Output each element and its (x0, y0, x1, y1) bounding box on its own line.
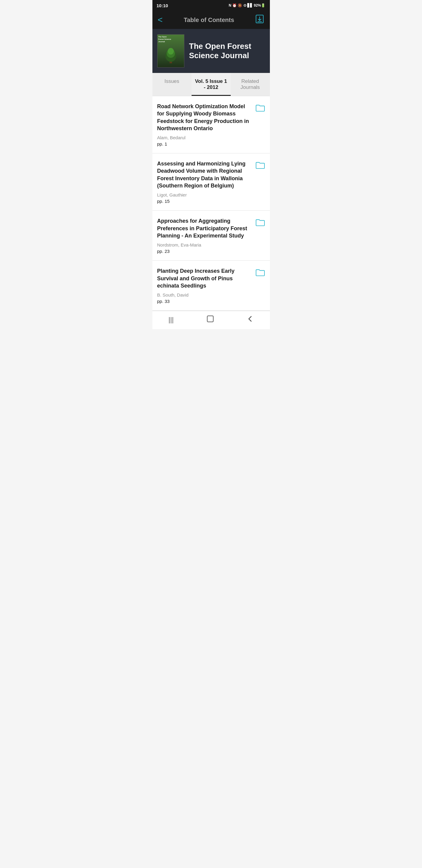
article-pages: pp. 15 (157, 198, 252, 204)
page-title: Table of Contents (184, 17, 234, 24)
table-row[interactable]: Planting Deep Increases Early Survival a… (153, 261, 270, 311)
article-info: Approaches for Aggregating Preferences i… (157, 217, 252, 254)
journal-header: The OpenForest ScienceJournal The Open F… (153, 29, 270, 73)
nav-back-button[interactable] (247, 315, 254, 325)
table-row[interactable]: Approaches for Aggregating Preferences i… (153, 211, 270, 261)
nav-home-button[interactable] (206, 315, 215, 325)
status-time: 10:10 (157, 3, 168, 8)
svg-point-6 (168, 48, 174, 55)
article-title: Road Network Optimization Model for Supp… (157, 103, 252, 132)
article-title: Approaches for Aggregating Preferences i… (157, 217, 252, 239)
article-title: Planting Deep Increases Early Survival a… (157, 267, 252, 289)
cover-text: The OpenForest ScienceJournal (158, 36, 171, 43)
tab-issues[interactable]: Issues (153, 73, 192, 96)
folder-icon[interactable] (255, 161, 265, 171)
bottom-nav: ||| (153, 311, 270, 329)
folder-icon[interactable] (255, 269, 265, 278)
back-button[interactable]: < (158, 16, 163, 24)
article-author: Alam, Bedarul (157, 135, 252, 140)
article-pages: pp. 33 (157, 299, 252, 304)
home-icon (206, 315, 215, 323)
article-info: Road Network Optimization Model for Supp… (157, 103, 252, 147)
article-author: Nordstrom, Eva-Maria (157, 242, 252, 247)
tabs-container: Issues Vol. 5 Issue 1 - 2012 Related Jou… (153, 73, 270, 96)
status-icons-text: N ⏰ 🔕 ⊙ ▋▋ 92%🔋 (229, 3, 265, 7)
tab-related-journals[interactable]: Related Journals (231, 73, 270, 96)
article-author: Ligot, Gauthier (157, 192, 252, 197)
journal-title: The Open Forest Science Journal (189, 41, 265, 60)
status-icons: N ⏰ 🔕 ⊙ ▋▋ 92%🔋 (229, 3, 265, 7)
download-icon (255, 14, 264, 24)
article-author: B. South, David (157, 292, 252, 298)
folder-icon[interactable] (255, 104, 265, 114)
folder-icon[interactable] (255, 218, 265, 228)
article-title: Assessing and Harmonizing Lying Deadwood… (157, 160, 252, 189)
nav-back-icon (247, 315, 254, 323)
download-button[interactable] (255, 14, 264, 25)
article-info: Assessing and Harmonizing Lying Deadwood… (157, 160, 252, 204)
svg-rect-7 (207, 316, 213, 322)
nav-menu-button[interactable]: ||| (168, 316, 173, 324)
tab-vol5issue1[interactable]: Vol. 5 Issue 1 - 2012 (192, 73, 231, 96)
journal-cover: The OpenForest ScienceJournal (157, 34, 184, 67)
cover-tree-illustration (162, 47, 180, 65)
article-list: Road Network Optimization Model for Supp… (153, 96, 270, 311)
header: < Table of Contents (153, 11, 270, 29)
article-info: Planting Deep Increases Early Survival a… (157, 267, 252, 304)
status-bar: 10:10 N ⏰ 🔕 ⊙ ▋▋ 92%🔋 (153, 0, 270, 11)
table-row[interactable]: Assessing and Harmonizing Lying Deadwood… (153, 153, 270, 211)
article-pages: pp. 23 (157, 249, 252, 254)
article-pages: pp. 1 (157, 141, 252, 147)
table-row[interactable]: Road Network Optimization Model for Supp… (153, 96, 270, 153)
